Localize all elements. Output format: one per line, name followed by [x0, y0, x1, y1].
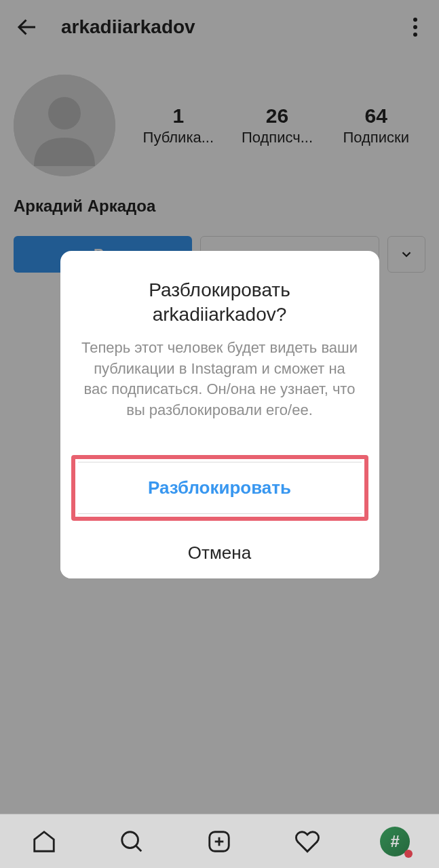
search-icon: [119, 829, 145, 854]
profile-avatar-icon: #: [380, 827, 410, 856]
modal-overlay[interactable]: Разблокировать arkadiiarkadov? Теперь эт…: [0, 0, 439, 814]
unblock-dialog: Разблокировать arkadiiarkadov? Теперь эт…: [60, 251, 379, 578]
nav-home[interactable]: [27, 825, 61, 859]
notification-dot: [404, 850, 413, 858]
nav-profile[interactable]: #: [378, 825, 412, 859]
bottom-nav: #: [0, 814, 439, 868]
dialog-title: Разблокировать arkadiiarkadov?: [60, 251, 379, 338]
nav-create[interactable]: [202, 825, 236, 859]
nav-search[interactable]: [115, 825, 149, 859]
dialog-confirm-button[interactable]: Разблокировать: [78, 462, 362, 514]
svg-point-3: [122, 831, 138, 848]
plus-square-icon: [206, 829, 232, 854]
heart-icon: [294, 829, 320, 854]
dialog-body: Теперь этот человек будет видеть ваши пу…: [60, 338, 379, 448]
nav-activity[interactable]: [290, 825, 324, 859]
svg-line-4: [136, 846, 141, 851]
dialog-cancel-button[interactable]: Отмена: [60, 528, 379, 578]
highlight-annotation: Разблокировать: [71, 455, 368, 521]
home-icon: [31, 829, 57, 854]
